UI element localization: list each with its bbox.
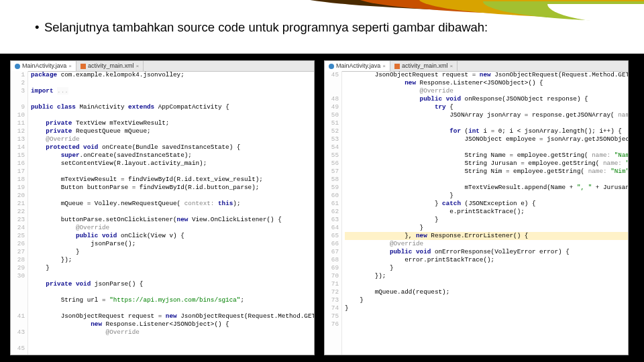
tab-label: activity_main.xml: [88, 61, 134, 71]
gutter-right: 45 4849505152535455565758596061626364656…: [325, 71, 342, 355]
tab-bar-right: MainActivity.java×activity_main.xml×: [325, 61, 628, 72]
gutter-left: 123 910111213141516171819202122232425262…: [11, 71, 28, 355]
code-left: package com.example.kelompok4.jsonvolley…: [28, 71, 314, 355]
java-file-icon: [15, 64, 20, 69]
close-icon[interactable]: ×: [68, 61, 72, 71]
tab-label: MainActivity.java: [22, 61, 66, 71]
code-pane-left: MainActivity.java×activity_main.xml× 123…: [10, 60, 315, 355]
close-icon[interactable]: ×: [382, 61, 386, 71]
editor-tab[interactable]: activity_main.xml×: [76, 61, 144, 71]
bullet-text: Selanjutnya tambahkan source code untuk …: [44, 20, 488, 34]
xml-file-icon: [394, 64, 400, 69]
close-icon[interactable]: ×: [136, 61, 140, 71]
tab-label: activity_main.xml: [402, 61, 448, 71]
tab-label: MainActivity.java: [336, 61, 380, 71]
slide-bullet: •Selanjutnya tambahkan source code untuk…: [35, 20, 488, 35]
editor-tab[interactable]: MainActivity.java×: [325, 61, 390, 71]
close-icon[interactable]: ×: [450, 61, 453, 71]
code-pane-right: MainActivity.java×activity_main.xml× 45 …: [324, 60, 629, 355]
tab-bar-left: MainActivity.java×activity_main.xml×: [11, 61, 314, 72]
editor-tab[interactable]: MainActivity.java×: [11, 61, 76, 71]
editor-tab[interactable]: activity_main.xml×: [390, 61, 458, 71]
java-file-icon: [329, 64, 334, 69]
code-right: JsonObjectRequest request = new JsonObje…: [342, 71, 628, 355]
xml-file-icon: [80, 64, 86, 69]
